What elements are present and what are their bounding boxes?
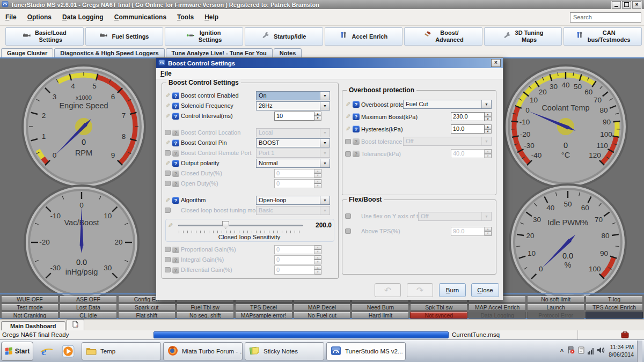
menu-options[interactable]: Options (27, 13, 52, 21)
minimize-button[interactable] (612, 1, 621, 9)
toolbar-accel-enrich[interactable]: Accel Enrich (325, 27, 403, 46)
volume-icon[interactable] (597, 346, 605, 356)
toolbar-label: Basic/Load Settings (35, 29, 67, 43)
menu-data-logging[interactable]: Data Logging (62, 13, 104, 21)
ie-quicklaunch[interactable]: e (36, 342, 57, 361)
slider-value: 200.0 (307, 221, 332, 229)
help-icon[interactable]: ? (172, 170, 179, 177)
help-icon[interactable]: ? (172, 139, 179, 146)
field-closed-duty: ?Closed Duty(%)0▲▼ (164, 168, 335, 178)
tab-main-dashboard[interactable]: Main Dashboard (1, 321, 65, 330)
field-boost-control-remote-port: ?Boost Control Remote PortPort 1▼ (164, 148, 335, 158)
differential-gain-spinner: 0▲▼ (274, 265, 321, 275)
svg-text:9: 9 (111, 151, 115, 159)
action-center-flag-icon[interactable] (567, 346, 575, 356)
tab-gauge-cluster[interactable]: Gauge Cluster (1, 48, 53, 57)
open-duty-spinner: 0▲▼ (274, 179, 321, 188)
taskbar-tunerstudio-ms-v2[interactable]: TunerStudio MS v2... (326, 342, 406, 360)
help-icon[interactable]: ? (353, 101, 360, 108)
help-icon[interactable]: ? (353, 138, 360, 145)
svg-text:4: 4 (71, 82, 75, 90)
tab-notes[interactable]: Notes (274, 48, 302, 57)
tab-tune-analyze-live-tune-for-you[interactable]: Tune Analyze Live! - Tune For You (166, 48, 273, 57)
help-icon[interactable]: ? (172, 129, 179, 136)
clock[interactable]: 11:34 PM 8/06/2014 (609, 344, 634, 358)
slider-track[interactable] (178, 221, 303, 230)
toolbar-can-bus-testmodes[interactable]: CAN bus/Testmodes (564, 27, 642, 46)
solenoid-frequency-dropdown[interactable]: 26Hz▼ (256, 101, 330, 110)
output-polarity-dropdown[interactable]: Normal▼ (256, 159, 330, 168)
slider-thumb[interactable] (222, 221, 229, 229)
arrow-up-icon[interactable]: ▲ (485, 112, 492, 117)
boost-control-pin-dropdown[interactable]: BOOST▼ (256, 138, 330, 147)
help-icon[interactable]: ? (353, 125, 360, 132)
spinner-arrows[interactable]: ▲▼ (314, 112, 321, 121)
start-button[interactable]: Start (1, 342, 33, 361)
taskbar-sticky-notes[interactable]: Sticky Notes (245, 342, 324, 360)
help-icon[interactable]: ? (172, 256, 179, 263)
redo-button[interactable]: ↷ (407, 283, 433, 297)
maximize-button[interactable] (622, 1, 631, 9)
arrow-down-icon[interactable]: ▼ (485, 117, 492, 122)
wmp-quicklaunch[interactable] (57, 342, 79, 361)
toolbar-ignition-settings[interactable]: Ignition Settings (165, 27, 243, 46)
control-interval-ms-spinner[interactable]: 10▲▼ (274, 112, 321, 121)
help-icon[interactable]: ? (172, 113, 179, 120)
algorithm-dropdown[interactable]: Open-loop▼ (256, 196, 330, 205)
help-icon[interactable]: ? (172, 102, 179, 109)
help-icon[interactable]: ? (172, 246, 179, 253)
taskbar-miata-turbo-forum[interactable]: Miata Turbo Forum - ... (163, 342, 243, 360)
menu-file[interactable]: File (5, 13, 17, 21)
menu-tools[interactable]: Tools (177, 13, 194, 21)
chevron-down-icon: ▼ (320, 102, 330, 110)
arrow-up-icon[interactable]: ▲ (314, 112, 321, 116)
help-icon[interactable]: ? (172, 267, 179, 274)
task-buttons: TempMiata Turbo Forum - ...Sticky NotesT… (82, 342, 406, 360)
help-icon[interactable]: ? (353, 150, 360, 157)
arrow-down-icon: ▼ (314, 183, 321, 188)
taskbar-temp[interactable]: Temp (82, 342, 161, 360)
dialog-menu-file[interactable]: File (160, 70, 172, 77)
overboost-protection-dropdown[interactable]: Fuel Cut▼ (403, 100, 492, 109)
svg-text:80: 80 (600, 106, 608, 114)
help-icon[interactable]: ? (172, 150, 179, 157)
toolbar-3d-tuning-maps[interactable]: 3D Tuning Maps (484, 27, 562, 46)
maximum-boost-kpa-spinner[interactable]: 230.0▲▼ (451, 112, 492, 121)
task-label: Temp (100, 348, 115, 354)
arrow-up-icon[interactable]: ▲ (485, 124, 492, 129)
network-signal-icon[interactable] (588, 348, 594, 354)
tray-expand-icon[interactable]: ^ (560, 348, 564, 354)
toolbar-boost-advanced[interactable]: Boost/ Advanced (404, 27, 482, 46)
close-button[interactable]: × (632, 1, 641, 9)
arrow-down-icon[interactable]: ▼ (485, 129, 492, 134)
undo-button[interactable]: ↶ (375, 283, 401, 297)
svg-text:x1000: x1000 (76, 94, 92, 101)
tray-document-icon[interactable] (578, 346, 584, 356)
help-icon[interactable]: ? (353, 113, 360, 120)
toolbar-basic-load-settings[interactable]: Basic/Load Settings (5, 27, 84, 46)
toolbar-fuel-settings[interactable]: Fuel Settings (85, 27, 164, 46)
help-icon[interactable]: ? (172, 197, 179, 204)
svg-text:2: 2 (42, 112, 46, 120)
dialog-close-icon[interactable]: × (491, 59, 501, 67)
burn-button[interactable]: Burn (439, 283, 466, 297)
search-input[interactable]: Search (570, 12, 641, 23)
help-icon[interactable]: ? (172, 180, 179, 187)
svg-text:-20: -20 (39, 238, 50, 246)
tab-diagnostics-high-speed-loggers[interactable]: Diagnostics & High Speed Loggers (54, 48, 164, 57)
help-icon[interactable]: ? (172, 160, 179, 167)
menu-communications[interactable]: Communications (114, 13, 166, 21)
new-dashboard-tab[interactable]: x (67, 319, 84, 330)
spinner-arrows[interactable]: ▲▼ (485, 112, 492, 121)
help-icon[interactable]: ? (172, 92, 179, 99)
toolbar-startup-idle[interactable]: Startup/idle (245, 27, 323, 46)
spinner-arrows[interactable]: ▲▼ (485, 124, 492, 134)
hysteresis-kpa-spinner[interactable]: 10.0▲▼ (451, 124, 492, 134)
boost-control-enabled-dropdown[interactable]: On▼ (256, 91, 330, 100)
arrow-down-icon[interactable]: ▼ (314, 116, 321, 121)
menu-help[interactable]: Help (204, 13, 218, 21)
show-desktop-button[interactable] (637, 341, 642, 362)
close-button[interactable]: Close (471, 283, 499, 297)
indicator-wue-off: WUE OFF (1, 295, 58, 302)
closed-loop-sensitivity-slider[interactable]: ✎200.0Closed loop Sensitivity (165, 219, 334, 242)
